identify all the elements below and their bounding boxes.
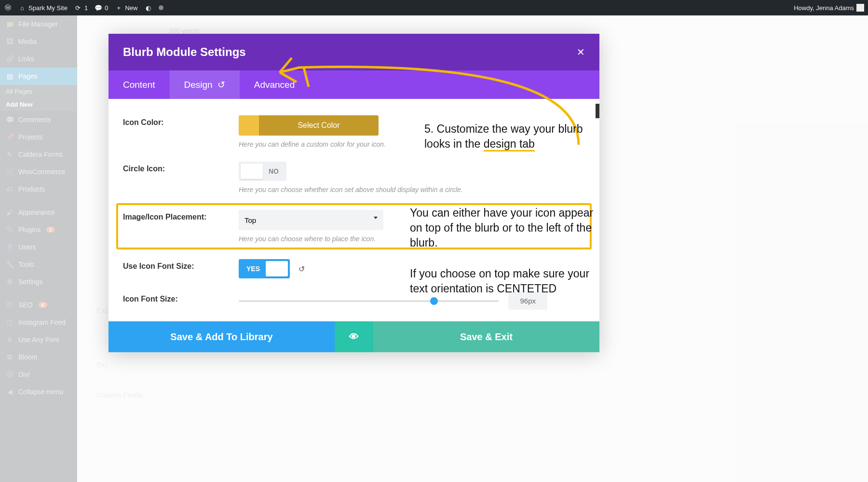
users-icon: 👤: [5, 242, 14, 252]
eye-icon: 👁: [349, 331, 359, 343]
sidebar-item-anyfont[interactable]: AUse Any Font: [0, 331, 77, 348]
sidebar-item-settings[interactable]: ⚙Settings: [0, 273, 77, 290]
blurb-module-modal: Blurb Module Settings ✕ Content Design ↺…: [108, 34, 599, 352]
scrollbar[interactable]: [596, 104, 599, 118]
desc-circle-icon: Here you can choose whether icon set abo…: [239, 186, 480, 193]
excerpt-label-bg: Exc: [96, 306, 108, 315]
select-color-button[interactable]: Select Color: [239, 115, 379, 136]
divi-icon: Ⓓ: [5, 370, 14, 379]
modal-tabs: Content Design ↺ Advanced: [108, 70, 599, 99]
preview-button[interactable]: 👁: [335, 321, 373, 352]
modal-header: Blurb Module Settings ✕: [108, 34, 599, 70]
sidebar-item-pages[interactable]: ▤Pages: [0, 68, 77, 85]
modal-title: Blurb Module Settings: [123, 45, 246, 59]
howdy-user[interactable]: Howdy, Jenna Adams: [794, 4, 864, 12]
collapse-icon: ◀: [5, 387, 14, 397]
sidebar-item-caldera[interactable]: ✎Caldera Forms: [0, 146, 77, 163]
brush-icon: 🖌: [5, 207, 14, 217]
save-exit-button[interactable]: Save & Exit: [373, 321, 599, 352]
submenu-add-new[interactable]: Add New: [0, 98, 77, 111]
excerpt-label-bg-2: Exc: [96, 360, 108, 369]
link-icon: 🔗: [5, 54, 14, 64]
sidebar-item-users[interactable]: 👤Users: [0, 238, 77, 256]
sidebar-item-products[interactable]: 🏷Products: [0, 180, 77, 198]
modal-close-button[interactable]: ✕: [577, 46, 585, 58]
toggle-no-label: NO: [263, 167, 285, 175]
label-icon-font-size: Icon Font Size:: [123, 292, 239, 303]
bloom-icon: ✿: [5, 352, 14, 362]
sidebar-item-comments[interactable]: 💬Comments: [0, 111, 77, 128]
tab-design[interactable]: Design ↺: [170, 70, 240, 99]
sidebar-item-file-manager[interactable]: 📁File Manager: [0, 15, 77, 33]
comments[interactable]: 💬0: [95, 4, 108, 12]
site-name[interactable]: ⌂Spark My Site: [18, 4, 68, 12]
toggle-circle-icon[interactable]: NO: [239, 162, 286, 181]
plugins-badge: 1: [46, 227, 55, 233]
avatar: [856, 4, 864, 12]
sidebar-item-plugins[interactable]: 🔌Plugins1: [0, 221, 77, 238]
annotation-1: 5. Customize the way your blurb looks in…: [424, 122, 583, 151]
seo-badge: 4: [39, 302, 47, 308]
sidebar-pages-submenu: All Pages Add New: [0, 85, 77, 111]
sidebar-item-media[interactable]: 🖼Media: [0, 33, 77, 50]
slider-thumb[interactable]: [430, 297, 438, 305]
seo-icon: Ⓨ: [5, 300, 14, 310]
label-placement: Image/Icon Placement:: [123, 210, 239, 221]
tag-icon: 🏷: [5, 184, 14, 194]
label-circle-icon: Circle Icon:: [123, 162, 239, 173]
cart-icon: 🛒: [5, 167, 14, 177]
select-placement[interactable]: [239, 210, 383, 230]
settings-icon: ⚙: [5, 277, 14, 287]
wp-admin-sidebar: 📁File Manager 🖼Media 🔗Links ▤Pages All P…: [0, 15, 77, 482]
pin-icon: 📌: [5, 132, 14, 142]
toggle-use-icon-size[interactable]: YES: [239, 259, 290, 278]
wrench-icon: 🔧: [5, 260, 14, 269]
comment-icon: 💬: [95, 4, 102, 12]
refresh-icon: ⟳: [74, 4, 82, 12]
toggle-knob: [266, 261, 288, 276]
media-icon: 🖼: [5, 37, 14, 46]
sidebar-item-divi[interactable]: ⒹDivi: [0, 366, 77, 383]
modal-footer: Save & Add To Library 👁 Save & Exit: [108, 321, 599, 352]
annotation-2: You can either have your icon appear on …: [410, 206, 598, 250]
sidebar-collapse[interactable]: ◀Collapse menu: [0, 383, 77, 400]
sidebar-item-tools[interactable]: 🔧Tools: [0, 256, 77, 273]
reset-icon[interactable]: ↺: [217, 79, 225, 90]
home-icon: ⌂: [18, 4, 26, 12]
tab-design-label: Design: [184, 80, 213, 90]
status-dot: [159, 5, 163, 10]
color-swatch: [239, 115, 259, 136]
wp-admin-bar: ⓦ ⌂Spark My Site ⟳1 💬0 +New ◐ Howdy, Jen…: [0, 0, 868, 15]
select-color-label: Select Color: [259, 115, 379, 136]
sidebar-item-seo[interactable]: ⓎSEO4: [0, 296, 77, 314]
tab-content[interactable]: Content: [108, 70, 170, 99]
sidebar-item-links[interactable]: 🔗Links: [0, 50, 77, 68]
sidebar-item-woocommerce[interactable]: 🛒WooCommerce: [0, 163, 77, 180]
select-placement-input[interactable]: [239, 210, 383, 230]
plug-icon: 🔌: [5, 225, 14, 234]
reset-use-icon-size[interactable]: ↺: [298, 264, 305, 274]
wp-logo[interactable]: ⓦ: [4, 4, 12, 12]
font-icon: A: [5, 335, 14, 344]
new-content[interactable]: +New: [115, 4, 137, 12]
instagram-icon: ◻: [5, 317, 14, 327]
sidebar-item-bloom[interactable]: ✿Bloom: [0, 348, 77, 366]
sidebar-item-appearance[interactable]: 🖌Appearance: [0, 204, 77, 221]
comment-icon: 💬: [5, 115, 14, 124]
desc-icon-color: Here you can define a custom color for y…: [239, 140, 393, 148]
sidebar-item-projects[interactable]: 📌Projects: [0, 128, 77, 146]
slider-icon-font-size[interactable]: [239, 300, 499, 302]
label-use-icon-size: Use Icon Font Size:: [123, 259, 239, 271]
submenu-all-pages[interactable]: All Pages: [0, 85, 77, 98]
save-add-library-button[interactable]: Save & Add To Library: [108, 321, 335, 352]
sidebar-item-instagram[interactable]: ◻Instagram Feed: [0, 314, 77, 331]
plus-icon: +: [115, 4, 122, 12]
field-circle-icon: Circle Icon: NO Here you can choose whet…: [123, 155, 585, 200]
custom-fields-bg: Custom Fields: [96, 391, 143, 399]
annotation-3: If you choose on top make sure your text…: [410, 266, 598, 296]
updates[interactable]: ⟳1: [74, 4, 88, 12]
yoast-icon[interactable]: ◐: [144, 4, 152, 12]
label-icon-color: Icon Color:: [123, 115, 239, 127]
tab-advanced[interactable]: Advanced: [240, 70, 310, 99]
page-icon: ▤: [5, 71, 14, 81]
